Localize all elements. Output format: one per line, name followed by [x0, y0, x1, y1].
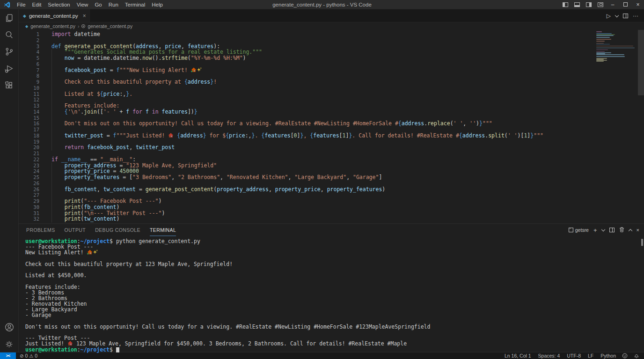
code-line[interactable]: 14 {'\n'.join(['- ' + f for f in feature…: [19, 109, 644, 115]
run-and-debug-icon[interactable]: [4, 64, 14, 73]
kill-terminal-trash-icon[interactable]: [619, 227, 624, 233]
panel-tab-problems[interactable]: PROBLEMS: [26, 224, 55, 236]
menu-go[interactable]: Go: [91, 2, 105, 7]
breadcrumb-file[interactable]: generate_content.py: [30, 23, 75, 29]
close-window-button[interactable]: ×: [635, 1, 641, 8]
line-number: 9: [19, 79, 39, 85]
menu-file[interactable]: File: [14, 2, 29, 7]
terminal-line: Don't miss out on this opportunity! Call…: [25, 324, 644, 330]
minimap[interactable]: [596, 31, 637, 62]
notifications-bell-icon[interactable]: [634, 353, 639, 359]
breadcrumb-symbol[interactable]: generate_content.py: [88, 23, 132, 29]
line-number: 10: [19, 85, 39, 91]
terminal-scrollbar[interactable]: [641, 239, 643, 246]
explorer-icon[interactable]: [4, 13, 14, 23]
tab-label: generate_content.py: [29, 13, 78, 19]
status-language-mode[interactable]: Python: [600, 353, 616, 359]
terminal-line: New Listing Alert!: [25, 250, 644, 255]
bottom-panel: PROBLEMSOUTPUTDEBUG CONSOLETERMINAL gets…: [19, 223, 644, 352]
line-number: 31: [19, 210, 39, 216]
panel-tab-debug-console[interactable]: DEBUG CONSOLE: [95, 224, 140, 236]
run-python-file-button[interactable]: ▷: [607, 13, 611, 19]
line-number: 32: [19, 216, 39, 222]
feedback-smiley-icon[interactable]: [622, 353, 628, 359]
terminal-line: - Garage: [25, 312, 644, 318]
panel-tab-terminal[interactable]: TERMINAL: [150, 224, 176, 236]
terminal-dropdown-chevron-icon[interactable]: [602, 227, 605, 233]
new-terminal-icon[interactable]: +: [593, 227, 597, 234]
status-cursor-position[interactable]: Ln 16, Col 1: [505, 353, 531, 359]
menu-terminal[interactable]: Terminal: [122, 2, 148, 7]
terminal-line: user@workstation:~/project$: [25, 347, 644, 352]
code-line[interactable]: 11 Listed at ${price:,}.: [19, 91, 644, 97]
terminal-line: - 3 Bedrooms: [25, 290, 644, 295]
tab-close-icon[interactable]: ×: [83, 13, 86, 19]
line-number: 24: [19, 168, 39, 174]
emoji-icon: [191, 67, 197, 73]
status-encoding[interactable]: UTF-8: [567, 353, 581, 359]
line-number: 16: [19, 121, 39, 127]
code-line[interactable]: 20 return facebook_post, twitter_post: [19, 144, 644, 151]
line-number: 11: [19, 91, 39, 97]
terminal-icon: [569, 228, 573, 232]
code-line[interactable]: 9 Check out this beautiful property at {…: [19, 79, 644, 85]
minimize-button[interactable]: –: [609, 1, 616, 8]
terminal-line: Features include:: [25, 284, 644, 290]
source-control-icon[interactable]: [4, 47, 14, 57]
code-line[interactable]: 7 facebook_post = f"""New Listing Alert!: [19, 67, 644, 73]
account-icon[interactable]: [4, 322, 15, 332]
window-title: generate_content.py - pythons - VS Code: [272, 2, 372, 7]
menu-help[interactable]: Help: [148, 2, 166, 7]
menu-view[interactable]: View: [73, 2, 92, 7]
code-line[interactable]: 1import datetime: [19, 31, 644, 37]
menu-run[interactable]: Run: [105, 2, 122, 7]
split-terminal-icon[interactable]: [609, 228, 615, 232]
terminal-line: [25, 330, 644, 335]
settings-gear-icon[interactable]: [4, 339, 14, 349]
remote-indicator[interactable]: ><: [0, 352, 16, 359]
terminal-line: --- Facebook Post ---: [25, 244, 644, 250]
maximize-panel-chevron-icon[interactable]: [629, 227, 632, 233]
close-panel-icon[interactable]: ×: [637, 227, 639, 233]
line-number: 21: [19, 151, 39, 157]
emoji-icon: [87, 249, 93, 256]
toggle-primary-sidebar-icon[interactable]: [563, 2, 568, 7]
code-line[interactable]: 18 twitter_post = f"""Just Listed! {addr…: [19, 133, 644, 139]
maximize-button[interactable]: [622, 1, 629, 8]
status-indentation[interactable]: Spaces: 4: [538, 353, 560, 359]
more-editor-actions-icon[interactable]: ···: [633, 13, 638, 19]
panel-tab-output[interactable]: OUTPUT: [65, 224, 86, 236]
menu-selection[interactable]: Selection: [44, 2, 73, 7]
tab-generate-content-py[interactable]: ◆ generate_content.py ×: [19, 9, 91, 22]
warnings-icon: ⚠: [29, 353, 33, 359]
editor-scrollbar[interactable]: [638, 30, 644, 95]
search-icon[interactable]: [4, 30, 14, 40]
activity-bar: [0, 9, 19, 352]
menu-bar: FileEditSelectionViewGoRunTerminalHelp: [14, 2, 166, 7]
code-line[interactable]: 25 property_features = ["3 Bedrooms", "2…: [19, 174, 644, 180]
status-eol[interactable]: LF: [588, 353, 593, 359]
terminal[interactable]: user@workstation:~/project$ python gener…: [19, 236, 644, 352]
title-bar: FileEditSelectionViewGoRunTerminalHelp g…: [0, 0, 644, 9]
split-editor-icon[interactable]: [623, 14, 628, 18]
code-line[interactable]: 32 print(tw_content): [19, 216, 644, 222]
line-number: 25: [19, 174, 39, 180]
terminal-shell-selector[interactable]: getsre: [569, 227, 589, 233]
customize-layout-icon[interactable]: [598, 2, 603, 7]
extensions-icon[interactable]: [4, 80, 14, 90]
code-line[interactable]: 5 now = datetime.datetime.now().strftime…: [19, 55, 644, 61]
line-number: 13: [19, 103, 39, 109]
terminal-line: Check out this beautiful property at 123…: [25, 261, 644, 267]
breadcrumb[interactable]: ◆ generate_content.py › generate_content…: [19, 22, 644, 30]
code-line[interactable]: 26 fb_content, tw_content = generate_pos…: [19, 187, 644, 193]
code-line[interactable]: 16 Don't miss out on this opportunity! C…: [19, 121, 644, 127]
toggle-panel-icon[interactable]: [574, 2, 580, 7]
toggle-secondary-sidebar-icon[interactable]: [586, 2, 592, 7]
code-editor[interactable]: 1import datetime23def generate_post_cont…: [19, 30, 644, 223]
menu-edit[interactable]: Edit: [29, 2, 45, 7]
python-file-icon: ◆: [25, 24, 28, 29]
line-number: 3: [19, 43, 39, 50]
run-dropdown-chevron-icon[interactable]: [615, 13, 618, 19]
terminal-line: Just Listed! 123 Maple Ave, Springfield …: [25, 341, 644, 346]
problems-status[interactable]: ⊘ 0 ⚠ 0: [20, 353, 37, 359]
